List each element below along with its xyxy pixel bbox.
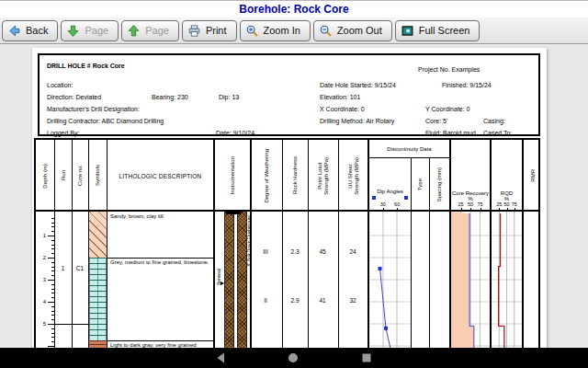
- uu-shear-value: 32: [339, 297, 367, 304]
- col-header-rmr: RMR: [522, 140, 542, 212]
- full-screen-button-label: Full Screen: [419, 25, 470, 36]
- full-screen-icon: [401, 25, 413, 37]
- col-header-core-recovery: Core Recovery % 25 50 75: [449, 140, 490, 212]
- col-header-rqd: RQD % 25 50 75: [490, 140, 522, 212]
- page-up-button-label: Page: [145, 25, 169, 36]
- log-table-header: Depth (m) Run Core no. Symbols LITHOLOGI…: [36, 140, 538, 212]
- y-coordinate-field: Y Coordinate: 0: [425, 106, 470, 112]
- page-down-arrow-icon: [67, 25, 79, 37]
- full-screen-button[interactable]: Full Screen: [395, 20, 481, 41]
- depth-column: 12345: [36, 212, 54, 348]
- spacing-column: [429, 212, 449, 348]
- core-no-column: [72, 212, 88, 348]
- instrument-cap: [226, 212, 241, 214]
- rqd-column: [490, 212, 522, 348]
- col-header-rock-hardness: Rock Hardness: [282, 140, 308, 212]
- dip-angles-column: [368, 212, 411, 348]
- title-bar: Borehole: Rock Core: [0, 0, 588, 17]
- x-coordinate-field: X Coordinate: 0: [320, 106, 365, 112]
- drilling-method-field: Drilling Method: Air Rotary: [320, 118, 394, 124]
- dip-axis-ticks: 30 60: [369, 201, 411, 209]
- log-table-body: 12345 Sandy, brown, clay till.Grey, medi…: [36, 212, 538, 348]
- drill-hole-title: DRILL HOLE # Rock Core: [47, 63, 125, 69]
- col-header-type: Type: [411, 158, 429, 212]
- instrumentation-column: Benseal 8' Bolt Down Flushmount: [213, 212, 250, 348]
- page-down-button[interactable]: Page: [61, 20, 119, 41]
- nav-home-icon[interactable]: [287, 351, 300, 364]
- hardness-column: [282, 212, 308, 348]
- page-title: Borehole: Rock Core: [239, 3, 348, 16]
- col-header-run: Run: [54, 140, 72, 212]
- lithology-description: Sandy, brown, clay till.: [110, 213, 211, 220]
- date-started-field: Date Hole Started: 9/15/24: [320, 82, 396, 88]
- col-header-discontinuity-data: Discontinuity Data: [368, 140, 449, 158]
- type-column: [411, 212, 429, 348]
- back-button[interactable]: Back: [2, 20, 58, 41]
- leader-arrow-icon: [220, 282, 224, 285]
- zoom-in-button-label: Zoom In: [264, 25, 300, 36]
- zoom-in-button[interactable]: Zoom In: [240, 20, 311, 41]
- drilling-contractor-field: Drilling Contractor: ABC Diamond Drillin…: [47, 118, 164, 124]
- symbols-column: [88, 212, 107, 348]
- android-nav-bar: [0, 348, 588, 368]
- core-recovery-axis-ticks: 25 50 75: [451, 201, 490, 209]
- report-page: DRILL HOLE # Rock Core Project No. Examp…: [32, 48, 547, 348]
- run-number: 1: [56, 265, 70, 271]
- point-load-column: [308, 212, 338, 348]
- hardness-value: 2.9: [281, 297, 309, 304]
- rqd-chart: [492, 212, 522, 348]
- page-up-button[interactable]: Page: [121, 20, 179, 41]
- nav-back-icon[interactable]: [214, 351, 227, 364]
- reading-row: II 2.9 41 32: [36, 297, 538, 305]
- zoom-in-icon: [246, 25, 258, 37]
- core-recovery-column: [449, 212, 490, 348]
- col-header-core-no: Core no.: [72, 140, 88, 212]
- dip-field: Dip: 13: [219, 94, 239, 100]
- log-table: Depth (m) Run Core no. Symbols LITHOLOGI…: [34, 138, 540, 348]
- logged-by-field: Logged By:: [47, 130, 79, 136]
- toolbar: Back Page Page Print Zoo: [0, 17, 588, 44]
- layer-boundary-line: [107, 258, 213, 259]
- zoom-out-button-label: Zoom Out: [337, 25, 382, 36]
- point-load-value: 45: [309, 248, 336, 255]
- run-column: [54, 212, 72, 348]
- symbols-layers: [89, 212, 107, 348]
- page-up-arrow-icon: [128, 25, 140, 37]
- cased-to-field: Cased To:: [483, 130, 512, 136]
- print-button-label: Print: [206, 25, 227, 36]
- uu-shear-column: [338, 212, 368, 348]
- project-no: Project No. Examples: [418, 66, 480, 73]
- zoom-out-icon: [320, 25, 332, 37]
- dip-marker-icon: [372, 196, 376, 200]
- lithologic-descriptions: Sandy, brown, clay till.Grey, medium to …: [107, 212, 213, 348]
- col-header-point-load: Point Load Strength (MPa): [308, 140, 338, 212]
- col-header-lithologic-description: LITHOLOGIC DESCRIPTION: [107, 140, 213, 212]
- page-down-button-label: Page: [85, 25, 108, 36]
- core-field: Core: 5': [425, 118, 447, 124]
- location-field: Location:: [47, 82, 73, 88]
- dip-marker-icon: [404, 196, 408, 200]
- col-header-uu-shear: UU Shear Strength (MPa): [338, 140, 368, 212]
- nav-recents-icon[interactable]: [360, 351, 373, 364]
- fluid-field: Fluid: Baroid mud: [425, 130, 476, 136]
- col-header-instrumentation: Instrumentation: [213, 140, 250, 212]
- back-button-label: Back: [26, 25, 48, 36]
- col-header-weathering: Degree of Weathering: [250, 140, 282, 212]
- core-recovery-chart: [451, 212, 490, 348]
- weathering-value: II: [252, 297, 279, 304]
- back-arrow-icon: [8, 25, 20, 37]
- drill-designation-field: Manufacturer's Drill Designation:: [47, 106, 140, 112]
- core-number: C1: [73, 265, 87, 271]
- zoom-out-button[interactable]: Zoom Out: [313, 20, 392, 41]
- finished-field: Finished: 9/15/24: [442, 82, 492, 88]
- hardness-value: 2.3: [281, 248, 309, 255]
- point-load-value: 41: [309, 297, 336, 304]
- document-viewer[interactable]: DRILL HOLE # Rock Core Project No. Examp…: [0, 44, 588, 348]
- date-field: Date: 9/10/24: [216, 130, 254, 136]
- print-button[interactable]: Print: [182, 20, 237, 41]
- casing-field: Casing:: [483, 118, 505, 124]
- instrument-bar: [224, 212, 234, 348]
- col-header-depth: Depth (m): [36, 140, 54, 212]
- printer-icon: [188, 25, 200, 37]
- weathering-column: [250, 212, 282, 348]
